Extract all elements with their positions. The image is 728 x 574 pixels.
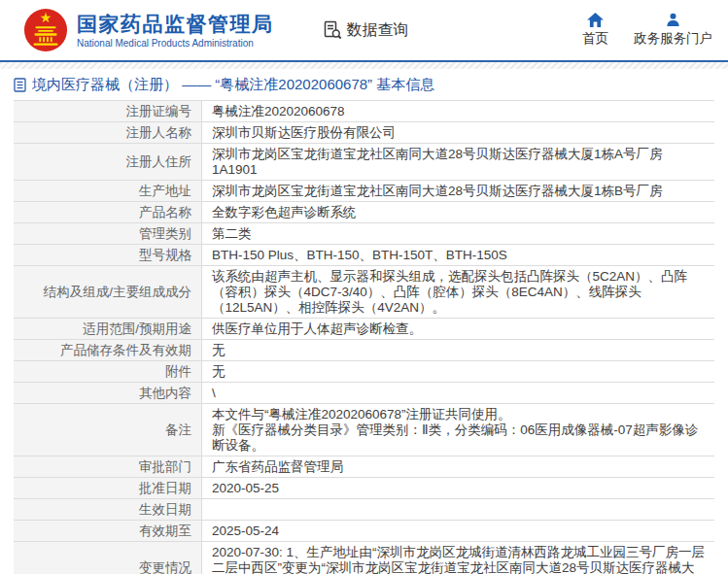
nav-home-label: 首页 bbox=[582, 30, 608, 48]
row-value: 深圳市龙岗区宝龙街道宝龙社区南同大道28号贝斯达医疗器械大厦1栋A号厂房1A19… bbox=[202, 144, 714, 180]
main-content: 境内医疗器械（注册） —— “粤械注准20202060678” 基本信息 注册证… bbox=[0, 69, 728, 574]
info-table: 注册证编号粤械注准20202060678注册人名称深圳市贝斯达医疗股份有限公司注… bbox=[14, 100, 714, 574]
table-row: 生产地址深圳市龙岗区宝龙街道宝龙社区南同大道28号贝斯达医疗器械大厦1栋B号厂房 bbox=[14, 181, 714, 202]
row-value: 广东省药品监督管理局 bbox=[202, 456, 714, 477]
national-emblem-icon bbox=[23, 8, 68, 52]
site-title: 国家药品监督管理局 bbox=[77, 13, 274, 36]
row-value: 2020-05-25 bbox=[202, 478, 714, 498]
nav-portal[interactable]: 政务服务门户 bbox=[634, 13, 712, 48]
nav-home[interactable]: 首页 bbox=[582, 13, 608, 48]
row-value: 2025-05-24 bbox=[202, 521, 714, 541]
nav-portal-label: 政务服务门户 bbox=[634, 30, 712, 48]
document-search-icon bbox=[323, 20, 342, 40]
row-label: 注册证编号 bbox=[14, 101, 202, 121]
breadcrumb: 境内医疗器械（注册） —— “粤械注准20202060678” 基本信息 bbox=[14, 69, 714, 100]
header: 国家药品监督管理局 National Medical Products Admi… bbox=[0, 0, 728, 60]
table-row: 注册人名称深圳市贝斯达医疗股份有限公司 bbox=[14, 122, 714, 144]
document-icon bbox=[14, 78, 26, 92]
row-label: 生产地址 bbox=[14, 181, 202, 201]
data-query-label: 数据查询 bbox=[347, 20, 409, 41]
site-logo[interactable]: 国家药品监督管理局 National Medical Products Admi… bbox=[23, 8, 274, 52]
top-nav: 首页 政务服务门户 bbox=[582, 13, 712, 48]
person-icon bbox=[666, 13, 680, 27]
row-label: 批准日期 bbox=[14, 478, 202, 498]
row-value: BTH-150 Plus、BTH-150、BTH-150T、BTH-150S bbox=[202, 245, 714, 265]
home-icon bbox=[587, 13, 604, 27]
table-row: 备注本文件与“粤械注准20202060678”注册证共同使用。 新《医疗器械分类… bbox=[14, 404, 714, 456]
row-label: 适用范围/预期用途 bbox=[14, 319, 202, 339]
row-label: 管理类别 bbox=[14, 223, 202, 244]
row-label: 产品储存条件及有效期 bbox=[14, 340, 202, 360]
row-value bbox=[202, 499, 714, 520]
table-row: 批准日期2020-05-25 bbox=[14, 478, 714, 499]
table-row: 注册证编号粤械注准20202060678 bbox=[14, 101, 714, 122]
row-label: 产品名称 bbox=[14, 202, 202, 222]
table-row: 其他内容\ bbox=[14, 383, 714, 404]
row-label: 结构及组成/主要组成成分 bbox=[14, 266, 202, 318]
row-label: 注册人住所 bbox=[14, 144, 202, 180]
row-value: 该系统由超声主机、显示器和探头组成，选配探头包括凸阵探头（5C2AN）、凸阵（容… bbox=[202, 266, 714, 318]
table-row: 管理类别第二类 bbox=[14, 223, 714, 245]
row-value: 深圳市龙岗区宝龙街道宝龙社区南同大道28号贝斯达医疗器械大厦1栋B号厂房 bbox=[202, 181, 714, 201]
table-row: 注册人住所深圳市龙岗区宝龙街道宝龙社区南同大道28号贝斯达医疗器械大厦1栋A号厂… bbox=[14, 144, 714, 181]
table-row: 结构及组成/主要组成成分该系统由超声主机、显示器和探头组成，选配探头包括凸阵探头… bbox=[14, 266, 714, 319]
row-label: 备注 bbox=[14, 404, 202, 456]
row-value: 本文件与“粤械注准20202060678”注册证共同使用。 新《医疗器械分类目录… bbox=[202, 404, 714, 456]
row-value: \ bbox=[202, 383, 714, 403]
row-value: 第二类 bbox=[202, 223, 714, 244]
table-row: 生效日期 bbox=[14, 499, 714, 521]
row-label: 型号规格 bbox=[14, 245, 202, 265]
row-value: 深圳市贝斯达医疗股份有限公司 bbox=[202, 122, 714, 143]
row-value: 粤械注准20202060678 bbox=[202, 101, 714, 121]
table-row: 变更情况2020-07-30: 1、生产地址由“深圳市龙岗区龙城街道清林西路龙城… bbox=[14, 542, 714, 574]
row-label: 附件 bbox=[14, 361, 202, 382]
row-value: 2020-07-30: 1、生产地址由“深圳市龙岗区龙城街道清林西路龙城工业园三… bbox=[202, 542, 714, 574]
table-row: 附件无 bbox=[14, 361, 714, 383]
row-label: 变更情况 bbox=[14, 542, 202, 574]
row-label: 生效日期 bbox=[14, 499, 202, 520]
table-row: 有效期至2025-05-24 bbox=[14, 521, 714, 542]
row-label: 其他内容 bbox=[14, 383, 202, 403]
row-value: 无 bbox=[202, 361, 714, 382]
site-subtitle: National Medical Products Administration bbox=[77, 38, 274, 49]
row-value: 无 bbox=[202, 340, 714, 360]
row-value: 全数字彩色超声诊断系统 bbox=[202, 202, 714, 222]
row-value: 供医疗单位用于人体超声诊断检查。 bbox=[202, 319, 714, 339]
data-query-tab[interactable]: 数据查询 bbox=[323, 20, 409, 41]
table-row: 型号规格BTH-150 Plus、BTH-150、BTH-150T、BTH-15… bbox=[14, 245, 714, 266]
table-row: 产品名称全数字彩色超声诊断系统 bbox=[14, 202, 714, 223]
breadcrumb-text: 境内医疗器械（注册） —— “粤械注准20202060678” 基本信息 bbox=[32, 76, 434, 94]
table-row: 产品储存条件及有效期无 bbox=[14, 340, 714, 361]
hatch-band bbox=[0, 62, 728, 69]
row-label: 审批部门 bbox=[14, 456, 202, 477]
table-row: 适用范围/预期用途供医疗单位用于人体超声诊断检查。 bbox=[14, 319, 714, 340]
row-label: 注册人名称 bbox=[14, 122, 202, 143]
table-row: 审批部门广东省药品监督管理局 bbox=[14, 456, 714, 478]
row-label: 有效期至 bbox=[14, 521, 202, 541]
